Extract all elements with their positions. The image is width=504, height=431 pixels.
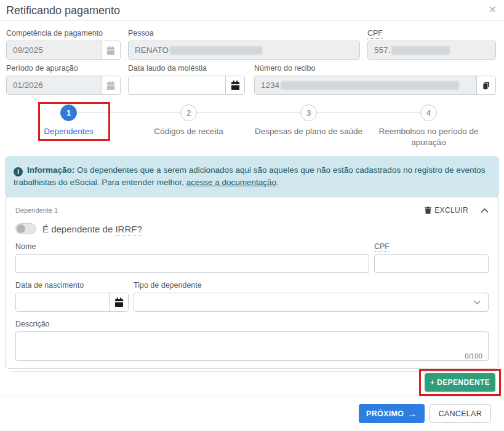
step-number: 3 bbox=[300, 105, 317, 121]
calendar-button[interactable] bbox=[225, 76, 244, 94]
cpf-input: 557. bbox=[368, 41, 495, 59]
step-label: Códigos de receita bbox=[129, 126, 249, 137]
dependent-cpf-input[interactable] bbox=[374, 254, 489, 273]
data-laudo-input[interactable] bbox=[129, 76, 225, 94]
calendar-icon bbox=[101, 41, 120, 59]
info-banner: iInformação: Os dependentes que a serem … bbox=[5, 156, 499, 197]
descricao-textarea[interactable] bbox=[15, 331, 489, 361]
step-number: 1 bbox=[60, 105, 77, 121]
irrf-toggle-label: É dependente de IRRF? bbox=[42, 224, 142, 234]
field-cpf: CPF 557. bbox=[367, 29, 496, 60]
copy-button[interactable] bbox=[476, 76, 495, 94]
banner-title: Informação: bbox=[27, 165, 74, 175]
arrow-right-icon: → bbox=[407, 408, 417, 419]
nascimento-input[interactable] bbox=[16, 293, 109, 311]
field-pessoa: Pessoa RENATO bbox=[128, 29, 360, 60]
documentation-link[interactable]: acesse a documentação bbox=[186, 178, 276, 187]
pessoa-input: RENATO bbox=[129, 41, 359, 59]
dependent-card-title: Dependente 1 bbox=[15, 207, 58, 214]
field-label: Pessoa bbox=[128, 29, 360, 38]
field-label: Competência de pagamento bbox=[6, 29, 121, 38]
close-icon[interactable]: ✕ bbox=[489, 4, 497, 16]
footer-divider bbox=[0, 397, 504, 397]
step-label: Reembolsos no período de apuração bbox=[369, 126, 489, 148]
step-codigos-receita[interactable]: 2 Códigos de receita bbox=[129, 105, 249, 148]
step-dependentes[interactable]: 1 Dependentes bbox=[9, 105, 129, 148]
irrf-toggle[interactable] bbox=[15, 223, 36, 234]
toggle-knob bbox=[17, 224, 25, 233]
cpf-label: CPF bbox=[374, 242, 489, 251]
tipo-dependente-select[interactable] bbox=[134, 293, 489, 312]
stepper: 1 Dependentes 2 Códigos de receita 3 Des… bbox=[9, 105, 489, 148]
nome-label: Nome bbox=[15, 242, 369, 251]
card-divider bbox=[11, 371, 493, 372]
step-number: 4 bbox=[420, 105, 437, 121]
chevron-down-icon bbox=[474, 300, 481, 305]
nome-input[interactable] bbox=[15, 254, 369, 273]
modal-header: Retificando pagamento ✕ bbox=[0, 0, 504, 21]
nascimento-label: Data de nascimento bbox=[15, 281, 129, 290]
banner-suffix: . bbox=[276, 178, 279, 187]
tipo-label: Tipo de dependente bbox=[134, 281, 489, 290]
char-counter: 0/100 bbox=[465, 352, 482, 360]
delete-label: EXCLUIR bbox=[434, 206, 468, 215]
step-label: Dependentes bbox=[9, 126, 129, 137]
delete-dependent-button[interactable]: EXCLUIR bbox=[424, 206, 468, 215]
numero-recibo-input: 1234 bbox=[255, 76, 476, 94]
trash-icon bbox=[424, 206, 434, 215]
redacted-text bbox=[170, 46, 262, 55]
add-dependent-button[interactable]: + DEPENDENTE bbox=[425, 373, 495, 392]
dependent-card: Dependente 1 EXCLUIR É dependente de IRR… bbox=[5, 197, 499, 369]
field-label: Número do recibo bbox=[254, 64, 496, 73]
field-label: Período de apuração bbox=[6, 64, 121, 73]
field-periodo: Período de apuração 01/2026 bbox=[6, 64, 121, 95]
next-button[interactable]: PRÓXIMO→ bbox=[359, 404, 424, 423]
step-label: Despesas de plano de saúde bbox=[249, 126, 369, 137]
step-reembolsos[interactable]: 4 Reembolsos no período de apuração bbox=[369, 105, 489, 148]
cancel-button[interactable]: CANCELAR bbox=[430, 404, 491, 423]
field-competencia: Competência de pagamento 09/2025 bbox=[6, 29, 121, 60]
descricao-label: Descrição bbox=[15, 320, 489, 329]
calendar-button[interactable] bbox=[109, 293, 128, 311]
redacted-text bbox=[281, 81, 459, 90]
page-title: Retificando pagamento bbox=[6, 4, 120, 17]
competencia-input: 09/2025 bbox=[7, 41, 101, 59]
field-numero-recibo: Número do recibo 1234 bbox=[254, 64, 496, 95]
step-number: 2 bbox=[180, 105, 197, 121]
periodo-input: 01/2026 bbox=[7, 76, 101, 94]
calendar-icon bbox=[101, 76, 120, 94]
field-label: CPF bbox=[367, 29, 496, 38]
field-data-laudo: Data laudo da moléstia bbox=[128, 64, 245, 95]
footer-actions: PRÓXIMO→ CANCELAR bbox=[359, 404, 491, 423]
redacted-text bbox=[391, 46, 450, 55]
info-icon: i bbox=[14, 167, 23, 176]
step-despesas-saude[interactable]: 3 Despesas de plano de saúde bbox=[249, 105, 369, 148]
chevron-up-icon[interactable] bbox=[481, 208, 489, 213]
retify-payment-modal: Retificando pagamento ✕ Competência de p… bbox=[0, 0, 504, 431]
field-label: Data laudo da moléstia bbox=[128, 64, 245, 73]
